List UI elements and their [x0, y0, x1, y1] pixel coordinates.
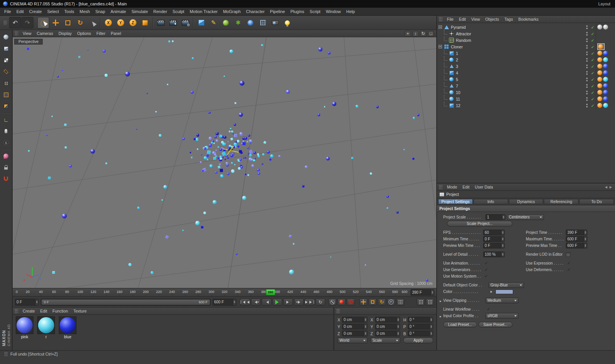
view-clipping-dropdown[interactable]: Medium	[485, 298, 519, 303]
render-to-picture-viewer-button[interactable]	[167, 17, 179, 28]
object-row-attractor[interactable]: Attractor	[437, 30, 615, 37]
visibility-dots[interactable]	[584, 71, 590, 75]
project-scale-unit-dropdown[interactable]: Centimeters	[507, 214, 544, 220]
record-active-objects-button[interactable]	[337, 298, 346, 306]
load-preset-button[interactable]: Load Preset...	[443, 322, 477, 328]
size-z-field[interactable]: 0 cm	[375, 331, 401, 336]
history-back-icon[interactable]: ◀	[605, 185, 607, 189]
camera-button[interactable]	[269, 17, 281, 28]
material-tag-icon[interactable]	[603, 57, 608, 62]
scale-mode-dropdown[interactable]: Scale	[371, 338, 401, 343]
menu-character[interactable]: Character	[243, 8, 267, 15]
enabled-check-icon[interactable]	[590, 25, 596, 30]
object-row-12[interactable]: 12	[437, 102, 615, 109]
enabled-check-icon[interactable]	[590, 71, 596, 75]
linear-workflow-checkbox[interactable]: ✓	[485, 307, 492, 312]
default-object-color-dropdown[interactable]: Gray-Blue	[489, 282, 524, 288]
menu-plugins[interactable]: Plugins	[288, 8, 307, 15]
material-tag-icon[interactable]	[597, 90, 602, 95]
view-clipping-expander-icon[interactable]	[440, 298, 443, 303]
make-editable-button[interactable]	[1, 32, 11, 42]
object-manager-menu-objects[interactable]: Objects	[483, 16, 502, 23]
workplane-lock-button[interactable]	[1, 162, 11, 173]
lock-y-button[interactable]: Y	[115, 17, 126, 28]
current-frame-field[interactable]: 390 F	[411, 289, 434, 296]
rotation-p-field[interactable]: 0 °	[408, 324, 433, 329]
go-to-previous-key-button[interactable]	[251, 298, 261, 306]
object-row-1[interactable]: 1	[437, 50, 615, 56]
visibility-dots[interactable]	[584, 45, 590, 49]
preview-range-slider[interactable]: 0 F 600 F	[41, 299, 211, 306]
input-color-profile-dropdown[interactable]: sRGB	[485, 313, 519, 319]
maximum-time-field[interactable]: 600 F	[566, 236, 587, 242]
rotate-view-icon[interactable]: ↻	[420, 31, 426, 36]
material-item-r[interactable]: r	[37, 316, 56, 339]
material-tag-icon[interactable]	[597, 51, 602, 56]
object-name[interactable]: 2	[456, 58, 458, 62]
object-manager-menu-file[interactable]: File	[444, 16, 456, 23]
preview-min-time-field[interactable]: 0 F	[483, 243, 505, 248]
viewport-menu-panel[interactable]: Panel	[108, 30, 124, 37]
enabled-check-icon[interactable]	[590, 77, 596, 82]
object-row-10[interactable]: 10	[437, 89, 615, 96]
project-scale-field[interactable]: 1	[485, 214, 505, 220]
edges-mode-button[interactable]	[1, 89, 11, 100]
position-z-field[interactable]: 0 cm	[342, 331, 367, 336]
viewport-menu-display[interactable]: Display	[56, 30, 74, 37]
tab-info[interactable]: Info	[474, 199, 508, 204]
menu-tools[interactable]: Tools	[62, 8, 77, 15]
material-tag-icon[interactable]	[603, 77, 608, 82]
tab-dynamics[interactable]: Dynamics	[509, 199, 544, 204]
material-menu-create[interactable]: Create	[20, 308, 38, 314]
toggle-views-icon[interactable]: □	[428, 31, 434, 36]
menu-animate[interactable]: Animate	[108, 8, 129, 15]
polygons-mode-button[interactable]	[1, 101, 11, 111]
material-tag-selected[interactable]	[597, 43, 605, 50]
rotation-h-field[interactable]: 0 °	[408, 317, 433, 323]
menu-create[interactable]: Create	[27, 8, 45, 15]
object-manager-menu-bookmarks[interactable]: Bookmarks	[515, 16, 541, 23]
spline-pen-button[interactable]	[208, 17, 219, 28]
use-animation-checkbox[interactable]: ✓	[483, 261, 489, 266]
object-name[interactable]: 11	[456, 97, 460, 101]
menu-snap[interactable]: Snap	[93, 8, 108, 15]
toolbar-grip[interactable]	[3, 20, 7, 25]
edit-render-settings-button[interactable]	[180, 17, 191, 28]
object-name[interactable]: 1	[456, 51, 458, 56]
object-name[interactable]: Attractor	[456, 31, 471, 36]
enabled-check-icon[interactable]	[590, 84, 596, 88]
rotation-b-field[interactable]: 0 °	[408, 331, 433, 336]
viewport-perspective[interactable]: Perspective Y X Z Grid Spacing : 1000 cm	[13, 37, 436, 288]
visibility-dots[interactable]	[584, 64, 590, 69]
tab-project-settings[interactable]: Project Settings	[438, 199, 473, 204]
enabled-check-icon[interactable]	[590, 31, 596, 36]
enabled-check-icon[interactable]	[590, 58, 596, 62]
disable-keyframing-button[interactable]	[328, 298, 336, 306]
object-name[interactable]: 5	[456, 77, 458, 82]
object-name[interactable]: 12	[456, 103, 460, 108]
object-row-11[interactable]: 11	[437, 96, 615, 102]
menu-mesh[interactable]: Mesh	[77, 8, 93, 15]
redo-button[interactable]	[22, 17, 33, 28]
material-thumbnail[interactable]	[37, 316, 55, 334]
record-pla-button[interactable]	[396, 298, 404, 306]
object-row-7[interactable]: 7	[437, 83, 615, 89]
range-start-field[interactable]: 0 F	[15, 299, 39, 306]
coordinate-system-button[interactable]	[139, 17, 151, 28]
current-frame-marker[interactable]: 390	[266, 289, 275, 295]
object-name[interactable]: 7	[456, 84, 458, 88]
size-y-field[interactable]: 0 cm	[375, 324, 401, 329]
material-tag-icon[interactable]	[597, 25, 602, 30]
enabled-check-icon[interactable]	[590, 90, 596, 95]
material-menu-grip[interactable]	[15, 309, 18, 313]
environment-button[interactable]	[244, 17, 256, 28]
visibility-dots[interactable]	[584, 51, 590, 56]
go-to-next-key-button[interactable]	[294, 298, 304, 306]
material-menu-texture[interactable]: Texture	[71, 308, 89, 314]
visibility-dots[interactable]	[584, 103, 590, 108]
material-tag-icon[interactable]	[597, 77, 602, 82]
visibility-dots[interactable]	[584, 58, 590, 62]
visibility-dots[interactable]	[584, 38, 590, 43]
material-tag-icon[interactable]	[603, 25, 608, 30]
coordinate-mode-dropdown[interactable]: World	[337, 338, 367, 343]
